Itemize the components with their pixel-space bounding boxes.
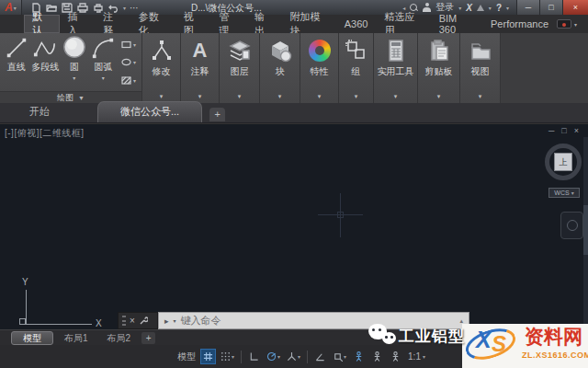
ribbon-tab-parametric[interactable]: 参数化 <box>130 15 175 33</box>
customize-wrench-icon[interactable] <box>139 316 148 326</box>
ribbon-tab-addins[interactable]: 附加模块 <box>282 15 336 33</box>
line-label: 直线 <box>7 61 26 74</box>
osnap-caret: ▾ <box>344 353 346 360</box>
signin-caret[interactable]: ▾ <box>458 5 461 11</box>
viewport-controls-label[interactable]: [-][俯视][二维线框] <box>5 127 85 140</box>
ortho-mode-toggle[interactable] <box>246 349 262 364</box>
annotation-autoscale-toggle[interactable] <box>369 349 385 364</box>
ellipse-tool-button[interactable]: ▾ <box>121 58 136 66</box>
close-button[interactable]: × <box>562 0 588 15</box>
block-icon <box>268 39 292 63</box>
scrollbar-thumb[interactable] <box>583 205 588 255</box>
navigation-bar[interactable] <box>560 212 583 239</box>
file-tab-active-drawing[interactable]: 微信公众号... <box>97 101 202 122</box>
draw-tools: 直线 多段线 圆 ▾ <box>0 33 141 91</box>
view-panel-button[interactable]: 视图 ▾ <box>460 33 501 103</box>
xs-logo-letter-s: S <box>492 331 506 357</box>
annotation-scale-dropdown[interactable]: 1:1 ▾ <box>406 349 427 364</box>
block-panel-button[interactable]: 块 ▾ <box>260 33 300 103</box>
view-caret: ▾ <box>479 91 482 103</box>
modify-icon <box>150 39 174 63</box>
layout-tab-model[interactable]: 模型 <box>11 331 53 345</box>
ucs-x-axis <box>26 324 92 325</box>
annotate-panel-button[interactable]: A 注释 ▾ <box>181 33 220 103</box>
minimize-button[interactable]: ─ <box>516 0 539 15</box>
layout-tab-layout2[interactable]: 布局2 <box>99 332 140 344</box>
ribbon-tab-annotate[interactable]: 注释 <box>95 15 130 33</box>
model-space-indicator[interactable]: 模型 <box>177 351 196 363</box>
ribbon-tab-bim360[interactable]: BIM 360 <box>431 15 482 33</box>
clipboard-caret: ▾ <box>437 91 441 103</box>
command-options-caret[interactable]: ▾ <box>174 317 176 324</box>
properties-label: 特性 <box>311 65 329 78</box>
application-menu-button[interactable]: A ▾ <box>0 0 22 15</box>
ribbon-tab-manage[interactable]: 管理 <box>210 15 246 33</box>
apps-caret[interactable]: ▾ <box>489 5 492 11</box>
polyline-tool-button[interactable]: 多段线 <box>31 34 61 91</box>
command-line-grip-area[interactable]: × <box>118 312 158 329</box>
user-icon[interactable] <box>423 3 431 12</box>
command-close-icon[interactable]: × <box>130 316 135 326</box>
hatch-tool-button[interactable]: ▾ <box>121 76 136 85</box>
polar-tracking-toggle[interactable]: ▾ <box>265 349 282 364</box>
help-caret[interactable]: ▾ <box>506 5 509 11</box>
circle-label: 圆 <box>70 61 79 74</box>
modify-panel-button[interactable]: 修改 ▾ <box>142 33 181 103</box>
viewcube-top-face[interactable]: 上 <box>554 153 572 171</box>
drawing-canvas[interactable]: [-][俯视][二维线框] ─ □ × 上 WCS ▾ Y X <box>0 124 588 329</box>
annotation-visibility-toggle[interactable] <box>351 349 367 364</box>
grid-display-toggle[interactable] <box>200 349 216 364</box>
circle-tool-button[interactable]: 圆 ▾ <box>60 34 89 91</box>
undo-dropdown-caret[interactable]: ▾ <box>123 5 126 11</box>
block-label: 块 <box>276 65 285 78</box>
properties-color-wheel-icon <box>309 40 331 62</box>
layers-panel-button[interactable]: 图层 ▾ <box>220 33 260 103</box>
ribbon-tab-output[interactable]: 输出 <box>246 15 282 33</box>
ribbon-tab-a360[interactable]: A360 <box>336 15 377 33</box>
arc-tool-button[interactable]: 圆弧 ▾ <box>89 34 119 91</box>
ribbon-tab-performance[interactable]: Performance <box>482 15 557 33</box>
rectangle-tool-button[interactable]: ▾ <box>121 40 136 49</box>
ribbon-tab-featured-apps[interactable]: 精选应用 <box>376 15 430 33</box>
osnap-tracking-toggle[interactable] <box>312 349 328 364</box>
qat-overflow-button[interactable]: ⋯ <box>130 3 139 13</box>
xs-logo-letter-x: X <box>476 327 492 353</box>
new-drawing-tab-button[interactable]: + <box>209 108 225 121</box>
performance-recorder-button[interactable]: ▾ <box>557 15 577 33</box>
ribbon-tab-home[interactable]: 默认 <box>24 15 60 33</box>
annotation-scale-sync-toggle[interactable] <box>388 349 403 364</box>
drawing-close-button[interactable]: × <box>574 126 579 135</box>
vertical-scrollbar[interactable] <box>583 137 588 327</box>
ribbon-tab-insert[interactable]: 插入 <box>60 15 96 33</box>
circle-dropdown-caret[interactable]: ▾ <box>73 75 75 81</box>
hatch-caret: ▾ <box>133 77 136 84</box>
object-snap-toggle[interactable]: ▾ <box>331 349 348 364</box>
layout-tab-layout1[interactable]: 布局1 <box>56 332 96 344</box>
wechat-bubble-small <box>382 332 396 344</box>
command-placeholder: 键入命令 <box>181 314 221 328</box>
signin-button[interactable]: 登录 <box>435 1 454 14</box>
autodesk-app-icon[interactable] <box>477 5 484 11</box>
group-panel-button[interactable]: 组 ▾ <box>339 33 374 103</box>
command-prompt-icon[interactable]: ▸ <box>164 316 169 326</box>
ellipse-icon <box>121 58 131 66</box>
utilities-panel-button[interactable]: 实用工具 ▾ <box>374 33 418 103</box>
wcs-dropdown[interactable]: WCS ▾ <box>548 188 580 198</box>
autodesk-exchange-icon[interactable]: X <box>466 3 472 13</box>
new-layout-button[interactable]: + <box>141 332 155 344</box>
drawing-restore-button[interactable]: □ <box>561 126 566 135</box>
snap-mode-toggle[interactable]: ▾ <box>219 349 236 364</box>
layers-icon <box>228 39 252 63</box>
maximize-button[interactable]: □ <box>539 0 562 15</box>
arc-dropdown-caret[interactable]: ▾ <box>102 75 105 81</box>
drawing-minimize-button[interactable]: ─ <box>548 126 554 135</box>
line-tool-button[interactable]: 直线 <box>2 34 31 91</box>
autocad-window: A ▾ ▾ ⋯ D...\微信公众号... ◂ 登录 ▾ <box>0 0 588 368</box>
clipboard-panel-button[interactable]: 剪贴板 ▾ <box>418 33 460 103</box>
drag-handle-icon[interactable] <box>122 316 126 326</box>
isometric-drafting-toggle[interactable]: ▾ <box>285 349 302 364</box>
help-button[interactable]: ? <box>496 3 502 13</box>
properties-panel-button[interactable]: 特性 ▾ <box>300 33 339 103</box>
ribbon-tab-view[interactable]: 视图 <box>175 15 211 33</box>
file-tab-start[interactable]: 开始 <box>13 102 66 122</box>
